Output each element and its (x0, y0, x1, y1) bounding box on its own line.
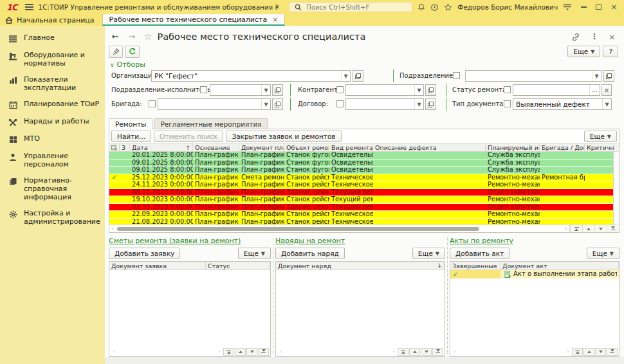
column-header[interactable]: Критичность д (585, 144, 614, 151)
help-button[interactable]: ? (603, 46, 618, 57)
minimize-button[interactable] (581, 6, 587, 8)
table-row[interactable]: 24.11.2023 0:00:00План-график П..План-гр… (109, 181, 619, 189)
go-down-button[interactable] (421, 348, 432, 356)
choose-dots-icon[interactable]: ... (589, 85, 600, 95)
sidebar-item-glavnoe[interactable]: Главное (0, 30, 105, 47)
get-link-icon[interactable] (571, 33, 580, 41)
acts-more-button[interactable]: Еще▼ (587, 248, 619, 259)
service-menu-icon[interactable] (563, 2, 572, 12)
go-last-button[interactable] (607, 348, 618, 356)
column-header[interactable]: Планируемый испо.. (486, 144, 540, 151)
favorite-star-icon[interactable]: ☆ (143, 31, 152, 42)
go-last-button[interactable] (432, 348, 443, 356)
brigade-checkbox[interactable] (149, 100, 156, 107)
table-row[interactable]: ✓25.12.2023 0:00:00План-график П..Смета … (109, 174, 619, 182)
column-header[interactable]: Документ наряд↓ (276, 262, 445, 269)
hscroll-thumb[interactable] (117, 227, 479, 231)
estimates-title[interactable]: Сметы ремонта (заявки на ремонт) (109, 237, 271, 246)
table-row[interactable]: 21.08.2023 0:00:00План-график П..План-гр… (109, 219, 619, 225)
hscroll-track[interactable] (116, 226, 563, 232)
go-up-button[interactable] (235, 348, 246, 356)
contractor-field[interactable]: ▼ (345, 84, 424, 96)
column-header[interactable]: Завершенные (450, 262, 500, 269)
dropdown-icon[interactable]: ▼ (414, 99, 423, 109)
table-row[interactable]: 20.01.2025 8:00:00План-график П..План-гр… (109, 152, 619, 159)
column-header[interactable]: Вид ремонта (329, 144, 373, 151)
contract-checkbox[interactable] (336, 100, 344, 107)
acts-title[interactable]: Акты по ремонту (450, 237, 619, 246)
go-first-button[interactable] (223, 348, 234, 356)
main-menu-icon[interactable] (25, 3, 33, 12)
column-header[interactable]: Статус (206, 262, 270, 269)
tab-close-icon[interactable]: × (272, 15, 278, 24)
org-field[interactable]: РК "Гефест"▼ (151, 70, 351, 82)
division-checkbox[interactable] (453, 72, 460, 79)
dropdown-icon[interactable]: ▼ (261, 85, 270, 95)
sidebar-item-planirovanie[interactable]: Планирование ТОиР (0, 96, 105, 113)
more-actions-icon[interactable]: ⋮ (591, 32, 598, 41)
table-row[interactable]: 02.10.2023 0:00:00План-график П..План-гр… (109, 204, 619, 212)
add-request-button[interactable]: Добавить заявку (109, 248, 180, 259)
footer-hscroll[interactable]: ‹› (112, 349, 222, 354)
tab-scheduled-activities[interactable]: Регламентные мероприятия (154, 118, 268, 129)
pin-button[interactable] (109, 46, 123, 58)
scroll-right-icon[interactable]: › (563, 226, 569, 232)
go-down-button[interactable] (246, 348, 257, 356)
column-header[interactable]: Документ плано.. (239, 144, 284, 151)
go-down-button[interactable] (595, 348, 606, 356)
forward-arrow-button[interactable]: → (125, 31, 138, 42)
table-row[interactable]: 08.11.2023 0:00:00План-график П..План-гр… (109, 189, 619, 197)
history-clock-icon[interactable] (430, 2, 439, 12)
column-header[interactable]: Основание (193, 144, 239, 151)
orders-more-button[interactable]: Еще▼ (412, 248, 445, 259)
repair-status-field[interactable]: ... (513, 84, 600, 96)
doctype-field[interactable]: Выявленный дефект▼ (513, 98, 612, 110)
add-order-button[interactable]: Добавить наряд (275, 248, 345, 259)
contractor-open-button[interactable] (425, 84, 436, 96)
close-window-button[interactable]: × (610, 4, 618, 10)
repair-status-clear-button[interactable]: × (601, 84, 612, 96)
scroll-left-icon[interactable]: ‹ (112, 349, 117, 354)
sidebar-item-mto[interactable]: МТО (0, 131, 105, 148)
executor-checkbox[interactable] (200, 86, 207, 93)
form-more-button[interactable]: Еще▼ (567, 46, 600, 57)
search-input[interactable] (306, 4, 409, 11)
repairs-more-button[interactable]: Еще▼ (584, 131, 617, 142)
scroll-right-icon[interactable]: › (565, 349, 571, 354)
dropdown-icon[interactable]: ▼ (414, 85, 423, 95)
table-row[interactable]: 19.10.2023 0:00:00План-график П..План-гр… (109, 196, 619, 204)
go-up-button[interactable] (582, 225, 594, 232)
back-arrow-button[interactable]: ← (109, 31, 122, 42)
dropdown-icon[interactable]: ▼ (602, 99, 611, 109)
sidebar-item-nastroyka[interactable]: Настройка и администрирование (0, 205, 105, 230)
tab-repairs[interactable]: Ремонты (109, 118, 152, 130)
vertical-scrollbar[interactable] (613, 152, 619, 224)
table-row[interactable]: 22.09.2023 0:00:00План-график П..План-гр… (109, 211, 619, 219)
column-header[interactable]: Описание дефекта (373, 144, 486, 151)
sidebar-item-oborudovanie[interactable]: Оборудование и нормативы (0, 47, 105, 71)
filters-collapse-link[interactable]: ∨Отборы (110, 60, 145, 69)
scroll-left-icon[interactable]: ‹ (279, 349, 284, 354)
column-header[interactable]: Бригада / Догов.. (540, 144, 585, 151)
sidebar-item-pokazateli[interactable]: Показатели эксплуатации (0, 71, 105, 96)
footer-hscroll[interactable]: ‹› (279, 349, 396, 354)
go-down-button[interactable] (594, 225, 607, 232)
dropdown-icon[interactable]: ▼ (261, 99, 270, 109)
division-open-button[interactable] (603, 70, 614, 82)
dropdown-icon[interactable]: ▼ (592, 71, 601, 81)
estimates-more-button[interactable]: Еще▼ (238, 248, 271, 259)
footer-hscroll[interactable]: ‹› (453, 349, 571, 354)
notifications-bell-icon[interactable] (418, 2, 425, 12)
division-field[interactable]: ▼ (465, 70, 601, 82)
add-act-button[interactable]: Добавить акт (450, 248, 509, 259)
current-user[interactable]: Федоров Борис Михайлович (457, 3, 558, 11)
sidebar-item-personal[interactable]: Управление персоналом (0, 148, 105, 172)
refresh-button[interactable] (125, 46, 140, 58)
table-row[interactable]: 09.01.2025 8:00:00План-график П..План-гр… (109, 159, 619, 167)
brigade-open-button[interactable] (272, 98, 283, 110)
close-requests-button[interactable]: Закрытие заявок и ремонтов (226, 131, 341, 142)
column-header[interactable]: Документ акт (500, 262, 619, 269)
go-last-button[interactable] (258, 348, 269, 356)
column-header[interactable]: Объект ремонта (284, 144, 329, 151)
tab-workplace[interactable]: Рабочее место технического специалиста × (102, 14, 286, 26)
